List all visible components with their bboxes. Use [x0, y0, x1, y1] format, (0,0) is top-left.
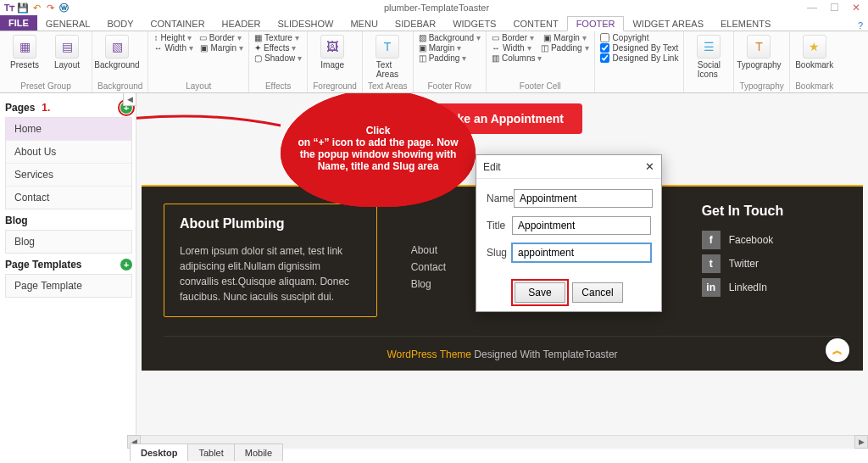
designed-link-check[interactable]: Designed By Link — [600, 53, 679, 63]
group-designed: Copyright Designed By Text Designed By L… — [595, 31, 685, 92]
page-item-home[interactable]: Home — [6, 118, 131, 141]
row-padding-dd[interactable]: ◫ Padding ▾ — [419, 53, 481, 63]
texture-dd[interactable]: ▦ Texture ▾ — [254, 33, 302, 42]
typography-button[interactable]: TTypography — [739, 33, 778, 71]
get-in-touch-heading: Get In Touch — [702, 204, 841, 219]
group-typography: TTypography Typography — [734, 31, 789, 92]
left-sidebar: ◀ Pages 1. + Home About Us Services Cont… — [0, 93, 136, 449]
annotation-callout: Click on “+” icon to add the page. Now t… — [281, 93, 476, 207]
tab-content[interactable]: CONTENT — [504, 17, 566, 31]
group-foreground: 🖼Image Foreground — [308, 31, 363, 92]
collapse-sidebar-icon[interactable]: ◀ — [123, 92, 136, 106]
row-margin-dd[interactable]: ▣ Margin ▾ — [419, 43, 481, 53]
layout-button[interactable]: ▤Layout — [47, 33, 86, 71]
view-tabs: Desktop Tablet Mobile — [130, 443, 282, 461]
designed-text-check[interactable]: Designed By Text — [600, 43, 679, 53]
tab-sidebar[interactable]: SIDEBAR — [387, 17, 444, 31]
shadow-dd[interactable]: ▢ Shadow ▾ — [254, 53, 302, 63]
dialog-close-icon[interactable]: ✕ — [645, 160, 654, 173]
main-area: ◀ Pages 1. + Home About Us Services Cont… — [0, 93, 868, 449]
blog-item[interactable]: Blog — [6, 231, 131, 253]
width-dd[interactable]: ↔ Width ▾ ▣ Margin ▾ — [153, 43, 243, 53]
annotation-1: 1. — [42, 102, 50, 114]
save-icon[interactable]: 💾 — [17, 2, 29, 14]
slug-input[interactable] — [512, 243, 651, 262]
blog-heading: Blog — [5, 215, 132, 226]
social-icons-button[interactable]: ☰Social Icons — [689, 33, 728, 81]
help-icon[interactable]: ? — [853, 20, 868, 31]
tab-elements[interactable]: ELEMENTS — [712, 17, 779, 31]
group-bookmark: ★Bookmark Bookmark — [790, 31, 839, 92]
tab-slideshow[interactable]: SLIDESHOW — [269, 17, 342, 31]
canvas: Click on “+” icon to add the page. Now t… — [136, 93, 868, 449]
app-title: plumber-TemplateToaster — [70, 3, 804, 13]
maximize-button[interactable]: ☐ — [826, 2, 843, 14]
minimize-button[interactable]: — — [804, 2, 821, 14]
footer-credits: WordPress Theme Designed With TemplateTo… — [164, 336, 841, 360]
cancel-button[interactable]: Cancel — [572, 282, 623, 303]
pages-heading: Pages 1. + — [5, 102, 132, 114]
pages-panel: Home About Us Services Contact — [5, 117, 132, 209]
tab-general[interactable]: GENERAL — [37, 17, 99, 31]
page-item-services[interactable]: Services — [6, 164, 131, 187]
group-text-areas: TText Areas Text Areas — [363, 31, 414, 92]
tab-widget-areas[interactable]: WIDGET AREAS — [624, 17, 712, 31]
undo-icon[interactable]: ↶ — [31, 2, 42, 14]
close-button[interactable]: ✕ — [848, 2, 865, 14]
save-button[interactable]: Save — [515, 282, 565, 303]
background-button[interactable]: ▧Background — [97, 33, 136, 71]
tab-body[interactable]: BODY — [98, 17, 142, 31]
tab-header[interactable]: HEADER — [214, 17, 270, 31]
presets-button[interactable]: ▦Presets — [5, 33, 44, 71]
tab-widgets[interactable]: WIDGETS — [444, 17, 504, 31]
add-template-button[interactable]: + — [120, 259, 132, 271]
social-twitter[interactable]: tTwitter — [702, 254, 841, 273]
view-mobile[interactable]: Mobile — [234, 443, 283, 461]
about-column: About Plumbing Lorem ipsum dolor sit ame… — [164, 204, 377, 317]
menu-tabs: FILE GENERAL BODY CONTAINER HEADER SLIDE… — [0, 15, 868, 31]
twitter-icon: t — [702, 254, 721, 273]
social-facebook[interactable]: fFacebook — [702, 231, 841, 249]
templates-heading: Page Templates + — [5, 259, 132, 271]
group-background: ▧Background Background — [92, 31, 148, 92]
scroll-right-icon[interactable]: ▶ — [854, 435, 868, 449]
about-text: Lorem ipsum dolor sit amet, test link ad… — [180, 243, 361, 304]
image-button[interactable]: 🖼Image — [313, 33, 352, 71]
redo-icon[interactable]: ↷ — [44, 2, 56, 14]
quick-access-toolbar: Tᴛ 💾 ↶ ↷ ⓦ — [3, 2, 70, 14]
title-bar: Tᴛ 💾 ↶ ↷ ⓦ plumber-TemplateToaster — ☐ ✕ — [0, 0, 868, 15]
social-column: Get In Touch fFacebook tTwitter inLinked… — [702, 204, 841, 317]
tab-container[interactable]: CONTAINER — [142, 17, 214, 31]
copyright-check[interactable]: Copyright — [600, 33, 679, 42]
page-item-contact[interactable]: Contact — [6, 187, 131, 209]
app-logo-icon: Tᴛ — [3, 2, 15, 14]
row-background-dd[interactable]: ▧ Background ▾ — [419, 33, 481, 42]
group-preset: ▦Presets ▤Layout Preset Group — [0, 31, 92, 92]
group-effects: ▦ Texture ▾ ✦ Effects ▾ ▢ Shadow ▾ Effec… — [249, 31, 308, 92]
name-input[interactable] — [514, 189, 653, 208]
annotation-2: 2. — [464, 161, 472, 173]
text-areas-button[interactable]: TText Areas — [368, 33, 407, 81]
tab-footer[interactable]: FOOTER — [567, 16, 625, 31]
ribbon: ▦Presets ▤Layout Preset Group ▧Backgroun… — [0, 31, 868, 93]
view-tablet[interactable]: Tablet — [187, 443, 234, 461]
linkedin-icon: in — [702, 278, 721, 297]
file-menu[interactable]: FILE — [0, 15, 37, 31]
about-heading: About Plumbing — [180, 216, 361, 232]
template-item[interactable]: Page Template — [6, 275, 131, 297]
group-footer-cell: ▭ Border ▾ ▣ Margin ▾ ↔ Width ▾ ◫ Paddin… — [487, 31, 595, 92]
tab-menu[interactable]: MENU — [342, 17, 386, 31]
slug-label: Slug — [487, 247, 512, 259]
group-layout: ↕ Height ▾ ▭ Border ▾ ↔ Width ▾ ▣ Margin… — [148, 31, 249, 92]
bookmark-button[interactable]: ★Bookmark — [795, 33, 834, 71]
wordpress-icon[interactable]: ⓦ — [58, 2, 70, 14]
title-input[interactable] — [512, 216, 651, 235]
effects-dd[interactable]: ✦ Effects ▾ — [254, 43, 302, 53]
social-linkedin[interactable]: inLinkedIn — [702, 278, 841, 297]
annotation-arrow — [136, 105, 289, 139]
height-dd[interactable]: ↕ Height ▾ ▭ Border ▾ — [153, 33, 243, 42]
window-controls: — ☐ ✕ — [804, 2, 865, 14]
scroll-top-button[interactable]: ︽ — [826, 338, 849, 362]
view-desktop[interactable]: Desktop — [130, 443, 188, 461]
page-item-about[interactable]: About Us — [6, 141, 131, 164]
